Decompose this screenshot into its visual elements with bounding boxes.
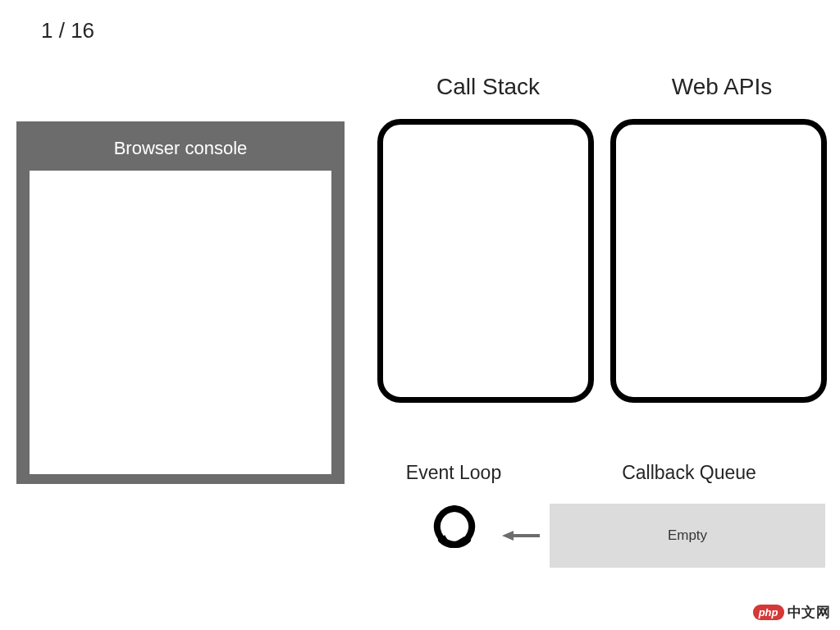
callback-queue-heading: Callback Queue: [591, 462, 788, 484]
watermark-badge: php: [753, 605, 784, 620]
arrow-left-icon: [502, 529, 541, 542]
browser-console-title: Browser console: [16, 121, 345, 171]
browser-console-panel: Browser console: [16, 121, 345, 484]
page-counter: 1 / 16: [41, 18, 94, 43]
callback-queue-box: Empty: [550, 504, 825, 568]
watermark-text: 中文网: [788, 603, 831, 622]
event-loop-heading: Event Loop: [376, 462, 532, 484]
watermark: php 中文网: [753, 603, 830, 622]
web-apis-box: [610, 119, 827, 403]
event-loop-icon: [431, 504, 477, 550]
callback-queue-status: Empty: [668, 527, 707, 544]
browser-console-content: [30, 171, 331, 474]
call-stack-box: [377, 119, 594, 403]
web-apis-heading: Web APIs: [611, 74, 833, 100]
call-stack-heading: Call Stack: [377, 74, 599, 100]
svg-marker-2: [502, 531, 514, 541]
